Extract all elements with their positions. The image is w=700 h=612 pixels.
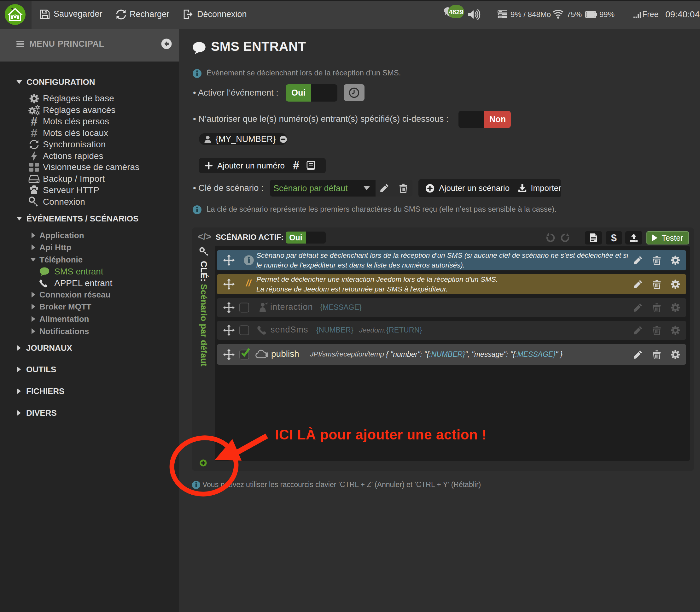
svg-text:4829: 4829 [449, 8, 463, 15]
